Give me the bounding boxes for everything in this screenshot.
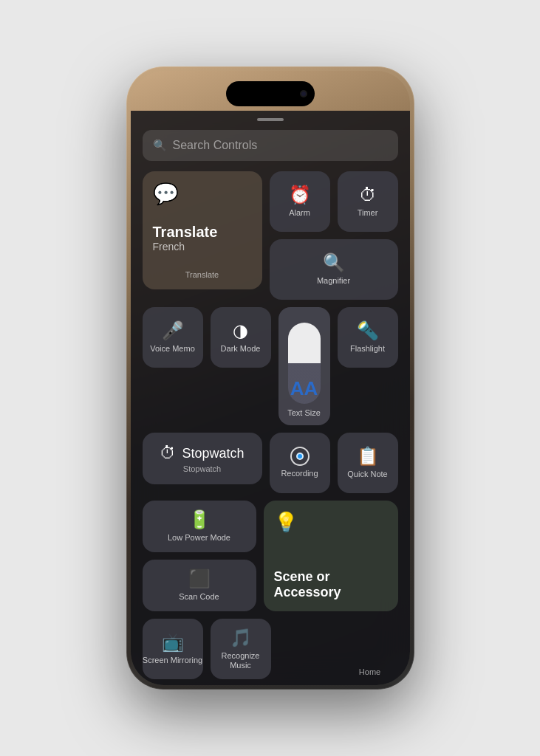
translate-button[interactable]: 💬 Translate French Translate [143, 171, 262, 289]
flashlight-button[interactable]: 🔦 Flashlight [338, 307, 398, 368]
recognize-music-icon: 🎵 [230, 628, 252, 648]
timer-label: Timer [358, 208, 378, 218]
spacer [278, 619, 335, 679]
row-4: 🔋 Low Power Mode ⬛ Scan Code 💡 Sce [143, 501, 398, 611]
timer-button[interactable]: ⏱ Timer [338, 171, 398, 232]
dynamic-island [226, 81, 315, 106]
screen-mirroring-icon: 📺 [162, 632, 184, 653]
voice-memo-label: Voice Memo [150, 344, 195, 354]
translate-footer: Translate [153, 270, 252, 279]
accessibility-row[interactable]: ⓘ Accessibility [143, 679, 398, 685]
translate-title: Translate [153, 224, 252, 241]
camera-sensor [300, 90, 307, 97]
flashlight-icon: 🔦 [357, 320, 379, 341]
left-col-4: 🔋 Low Power Mode ⬛ Scan Code [143, 501, 256, 611]
quick-note-button[interactable]: 📋 Quick Note [338, 433, 398, 493]
screen-mirroring-label: Screen Mirroring [143, 656, 202, 665]
magnifier-button[interactable]: 🔍 Magnifier [270, 239, 398, 300]
scan-code-label: Scan Code [179, 592, 219, 602]
scene-home-label-area: Home [342, 619, 398, 679]
dark-mode-button[interactable]: ◑ Dark Mode [211, 307, 271, 368]
scene-title: Scene or Accessory [274, 569, 388, 601]
search-bar[interactable]: 🔍 Search Controls [143, 130, 398, 161]
magnifier-icon: 🔍 [323, 252, 345, 273]
row-5: 📺 Screen Mirroring 🎵 Recognize Music Hom… [143, 619, 398, 679]
controls-grid: 💬 Translate French Translate [143, 171, 398, 679]
phone-inner: 🔍 Search Controls 💬 Translate [131, 71, 410, 685]
low-power-label: Low Power Mode [168, 533, 230, 543]
recognize-music-label: Recognize Music [211, 651, 271, 670]
scan-code-button[interactable]: ⬛ Scan Code [143, 560, 256, 611]
translate-text: Translate French [153, 224, 252, 252]
translate-subtitle: French [153, 241, 252, 252]
search-placeholder: Search Controls [173, 139, 258, 152]
scene-button[interactable]: 💡 Scene or Accessory [264, 501, 398, 611]
recording-button[interactable]: Recording [270, 433, 330, 493]
timer-icon: ⏱ [359, 185, 377, 205]
translate-icon: 💬 [153, 182, 179, 206]
content-area: 🔍 Search Controls 💬 Translate [131, 111, 410, 685]
phone-frame: 🔍 Search Controls 💬 Translate [126, 66, 414, 690]
quick-note-icon: 📋 [357, 446, 379, 467]
translate-icon-area: 💬 [153, 182, 179, 206]
text-size-button[interactable]: AA Text Size [278, 307, 330, 425]
scan-code-icon: ⬛ [188, 568, 211, 589]
dark-mode-icon: ◑ [233, 320, 248, 341]
row-1: 💬 Translate French Translate [143, 171, 398, 300]
alarm-button[interactable]: ⏰ Alarm [270, 171, 330, 232]
alarm-label: Alarm [289, 208, 310, 218]
text-size-label: Text Size [287, 408, 321, 418]
screen: 🔍 Search Controls 💬 Translate [131, 71, 410, 685]
voice-memo-button[interactable]: 🎤 Voice Memo [143, 307, 203, 368]
alarm-timer-row: ⏰ Alarm ⏱ Timer [270, 171, 398, 232]
scene-footer: Home [359, 667, 380, 676]
low-power-icon: 🔋 [188, 509, 211, 530]
magnifier-row: 🔍 Magnifier [270, 239, 398, 300]
scene-icon: 💡 [274, 511, 298, 534]
screen-mirroring-button[interactable]: 📺 Screen Mirroring [143, 619, 203, 679]
recognize-music-button[interactable]: 🎵 Recognize Music [211, 619, 271, 679]
stopwatch-title: Stopwatch [182, 446, 244, 461]
text-size-slider: AA [288, 323, 321, 404]
flashlight-label: Flashlight [350, 344, 385, 354]
recording-dot [296, 453, 304, 460]
recording-label: Recording [281, 469, 318, 478]
alarm-icon: ⏰ [289, 185, 311, 205]
stopwatch-inner: ⏱ Stopwatch [160, 444, 244, 463]
stopwatch-icon: ⏱ [160, 444, 176, 463]
search-icon: 🔍 [153, 139, 167, 152]
row-3: ⏱ Stopwatch Stopwatch Recording [143, 433, 398, 493]
recording-ring [290, 447, 310, 466]
right-col-1: ⏰ Alarm ⏱ Timer 🔍 [270, 171, 398, 300]
drag-indicator [257, 118, 284, 121]
stopwatch-button[interactable]: ⏱ Stopwatch Stopwatch [143, 433, 262, 484]
low-power-button[interactable]: 🔋 Low Power Mode [143, 501, 256, 552]
quick-note-label: Quick Note [347, 470, 387, 479]
magnifier-label: Magnifier [317, 276, 350, 286]
stopwatch-label: Stopwatch [183, 464, 221, 473]
text-size-aa: AA [290, 379, 318, 398]
voice-memo-icon: 🎤 [162, 320, 184, 341]
dark-mode-label: Dark Mode [221, 344, 261, 354]
row-2: 🎤 Voice Memo ◑ Dark Mode AA Text Size [143, 307, 398, 425]
scene-text: Scene or Accessory [274, 569, 388, 601]
